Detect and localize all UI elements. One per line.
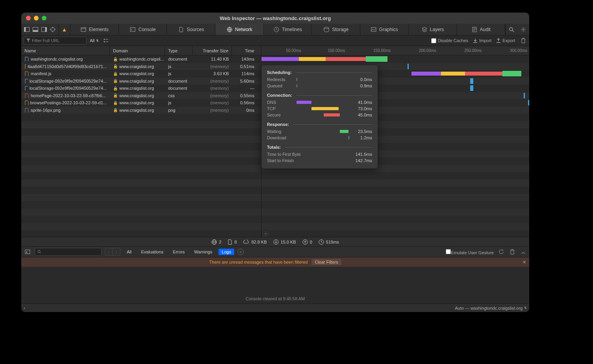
type-text: css [168,93,175,98]
timelines-icon [273,26,280,33]
tab-network[interactable]: Network [215,24,264,35]
tt-tcp-val: 73.0ms [350,106,372,111]
table-row[interactable]: washingtondc.craigslist.org 🔒washingtond… [21,55,261,63]
tab-layers[interactable]: Layers [409,24,457,35]
reload-button[interactable] [498,246,505,258]
file-name: browsePostings-2022-10-03-22-59-d1... [30,100,107,105]
tick-label: 50.00ms [286,46,301,55]
filter-placeholder: Filter Full URL [32,38,59,43]
download-icon [273,239,279,245]
tab-sources[interactable]: Sources [167,24,215,35]
execution-context-picker[interactable]: Auto — washingtondc.craigslist.org ⇅ [455,306,527,310]
console-filter-logs[interactable]: Logs [219,249,234,255]
tab-storage[interactable]: Storage [312,24,360,35]
lock-icon: 🔒 [113,93,118,98]
status-bar: 2 8 82.8 KB 15.0 KB 0 519ms [21,237,529,246]
filter-type-dropdown[interactable]: All ⇅ [90,38,99,43]
status-time: 519ms [319,239,339,245]
document-icon [228,239,232,245]
settings-button[interactable] [517,24,529,35]
col-size-header[interactable]: Transfer Size [193,46,232,55]
table-row[interactable]: homePage-2022-10-03-22-59-c87fb6... 🔒www… [21,92,261,100]
import-button[interactable]: Import [473,38,491,43]
console-prev-button[interactable]: ‹ [105,248,113,256]
console-filter-warnings[interactable]: Warnings [191,249,215,255]
empty-row [21,216,261,223]
tab-timelines[interactable]: Timelines [264,24,312,35]
tick-label: 100.00ms [328,46,345,55]
element-picker-icon[interactable] [50,26,56,33]
console-filter-evaluations[interactable]: Evaluations [138,249,167,255]
collapse-waterfall-button[interactable]: ⌃ [261,231,269,237]
svg-point-34 [38,250,40,253]
console-toolbar: ‹ › All Evaluations Errors Warnings Logs… [21,247,529,257]
clear-network-button[interactable] [520,35,527,46]
dock-controls [21,24,59,35]
console-input-row[interactable]: › Auto — washingtondc.craigslist.org ⇅ [21,303,529,312]
search-button[interactable] [506,24,517,35]
tab-elements[interactable]: Elements [70,24,119,35]
file-name: localStorage-092e9f9e2f09450529e74... [30,79,107,83]
empty-row [21,172,261,179]
console-search-input[interactable] [35,248,102,256]
dock-left-icon[interactable] [24,26,30,33]
empty-row [21,114,261,121]
empty-row [21,136,261,143]
tab-console[interactable]: Console [119,24,167,35]
emulate-gesture-checkbox[interactable]: Emulate User Gesture [446,249,494,255]
domain-text: www.craigslist.org [119,64,154,69]
dock-right-icon[interactable] [41,26,47,33]
filter-options-button[interactable] [102,35,110,46]
tick-label: 300.00ms [510,46,527,55]
network-filter-bar: Filter Full URL All ⇅ Disable Caches Imp… [21,35,529,46]
console-next-button[interactable]: › [113,248,120,256]
svg-line-21 [512,30,514,32]
table-row[interactable]: manifest.js 🔒www.craigslist.org js 3.63 … [21,70,261,78]
tab-graphics[interactable]: Graphics [360,24,409,35]
waterfall-row[interactable] [261,55,529,63]
status-transferred: 82.8 KB [243,240,267,244]
collapse-console-button[interactable]: ︽ [520,246,527,258]
console-nav-arrows: ‹ › [105,248,120,256]
warning-message: There are unread messages that have been… [209,260,308,264]
console-filter-all[interactable]: All [124,249,135,255]
disable-caches-checkbox[interactable]: Disable Caches [431,38,468,43]
close-warning-button[interactable]: ✕ [523,260,526,265]
col-name-header[interactable]: Name [21,46,110,55]
tt-tcp-label: TCP [267,106,296,111]
file-name: homePage-2022-10-03-22-59-c87fb6... [31,93,106,98]
filter-url-input[interactable]: Filter Full URL [24,37,87,44]
table-row[interactable]: 4aa8d471150d0d57d40f99d83cd21b71... 🔒www… [21,63,261,70]
dock-bottom-icon[interactable] [32,26,39,33]
clear-console-button[interactable] [509,246,516,258]
lock-icon: 🔒 [113,64,118,68]
elements-icon [80,26,87,33]
table-row[interactable]: sprite-16px.png 🔒www.craigslist.org png … [21,107,261,114]
export-button[interactable]: Export [496,38,515,43]
tt-stf-label: Start to Finish [267,158,322,163]
svg-rect-13 [130,28,135,31]
table-row[interactable]: browsePostings-2022-10-03-22-59-d1... 🔒w… [21,99,261,107]
warning-indicator[interactable]: ▲ [59,24,70,35]
inspector-window: Web Inspector — washingtondc.craigslist.… [21,13,529,312]
col-type-header[interactable]: Type [165,46,193,55]
console-icon [130,26,136,33]
network-icon [226,26,233,33]
clear-filters-button[interactable]: Clear Filters [311,259,341,265]
console-filter-errors[interactable]: Errors [170,249,188,255]
console-toggle-button[interactable] [24,246,32,258]
svg-point-22 [523,29,524,30]
tt-secure-label: Secure [267,113,296,117]
tt-stf-val: 142.7ms [350,158,372,163]
preserve-log-button[interactable]: ≡ [237,249,244,255]
table-row[interactable]: localStorage-092e9f9e2f09450529e74... 🔒w… [21,78,261,85]
tab-label: Network [235,27,252,32]
tab-audit[interactable]: Audit [457,24,505,35]
col-domain-header[interactable]: Domain [110,46,165,55]
type-text: png [168,108,175,113]
tooltip-connection-header: Connection: [267,93,372,98]
col-time-header[interactable]: Time [232,46,258,55]
table-row[interactable]: localStorage-092e9f9e2f09450529e74... 🔒w… [21,85,261,92]
chevron-updown-icon: ⇅ [524,306,527,310]
file-icon [24,57,29,61]
